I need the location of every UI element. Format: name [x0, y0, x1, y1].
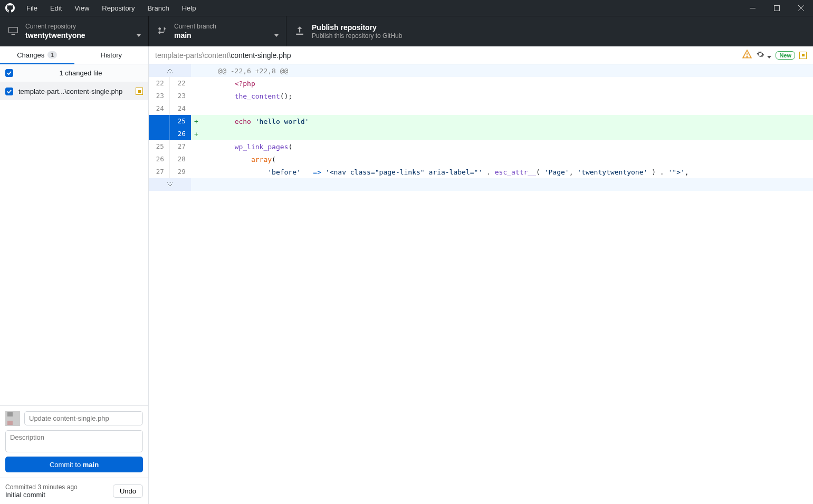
diff-marker	[191, 90, 202, 102]
git-branch-icon	[157, 26, 167, 37]
window-minimize-button[interactable]	[740, 0, 764, 16]
app-logo	[0, 3, 20, 13]
gutter-old: 23	[149, 90, 170, 102]
tab-history[interactable]: History	[74, 46, 149, 64]
publish-subtitle: Publish this repository to GitHub	[312, 32, 402, 41]
diff-line-hunk-tail	[149, 178, 813, 191]
gutter-old: 25	[149, 140, 170, 153]
gutter-new: 22	[170, 77, 191, 90]
menu-file[interactable]: File	[20, 0, 44, 16]
gutter-old	[149, 115, 170, 128]
gutter-old: 26	[149, 153, 170, 166]
window-close-button[interactable]	[789, 0, 813, 16]
gutter-old	[149, 128, 170, 140]
avatar	[5, 411, 20, 426]
diff-marker	[191, 140, 202, 153]
diff-marker	[191, 153, 202, 166]
diff-code: <?php	[202, 77, 813, 90]
menu-bar: File Edit View Repository Branch Help	[20, 0, 202, 16]
diff-line-hunk: @@ -22,6 +22,8 @@	[149, 64, 813, 77]
diff-code	[202, 102, 813, 115]
expand-down-icon[interactable]	[149, 178, 191, 191]
select-all-checkbox[interactable]	[5, 69, 13, 77]
changed-file-row[interactable]: template-part...\content-single.php	[0, 82, 148, 100]
warning-icon[interactable]	[742, 50, 752, 61]
file-checkbox[interactable]	[5, 88, 13, 95]
commit-description-input[interactable]	[5, 430, 143, 452]
diff-line-ctx: 2424	[149, 102, 813, 115]
diff-marker	[191, 64, 202, 77]
diff-code: array(	[202, 153, 813, 166]
current-branch-selector[interactable]: Current branch main	[149, 16, 286, 46]
undo-button[interactable]: Undo	[113, 484, 143, 498]
current-repository-selector[interactable]: Current repository twentytwentyone	[0, 16, 149, 46]
diff-line-ctx: 2729 'before' => '<nav class="page-links…	[149, 166, 813, 178]
tab-history-label: History	[101, 51, 122, 59]
last-commit-row: Committed 3 minutes ago Initial commit U…	[0, 478, 148, 504]
diff-marker: +	[191, 128, 202, 140]
changed-files-label: 1 changed file	[18, 69, 143, 77]
changed-files-summary: 1 changed file	[0, 64, 148, 82]
commit-summary-input[interactable]	[24, 411, 143, 425]
chevron-down-icon	[274, 31, 279, 38]
tab-changes[interactable]: Changes 1	[0, 46, 74, 64]
diff-line-ctx: 2323 the_content();	[149, 90, 813, 102]
commit-box: Commit to main	[0, 405, 148, 478]
diff-code: 'before' => '<nav class="page-links" ari…	[202, 166, 813, 178]
diff-marker	[191, 77, 202, 90]
gutter-new: 29	[170, 166, 191, 178]
diff-marker	[191, 178, 202, 191]
gutter-old: 27	[149, 166, 170, 178]
diff-code: the_content();	[202, 90, 813, 102]
diff-marker	[191, 166, 202, 178]
commit-button[interactable]: Commit to main	[5, 457, 143, 472]
menu-view[interactable]: View	[68, 0, 95, 16]
new-pill[interactable]: New	[776, 51, 795, 60]
chevron-down-icon	[767, 56, 771, 59]
diff-line-add: 26+	[149, 128, 813, 140]
svg-point-5	[747, 56, 747, 57]
publish-title: Publish repository	[312, 23, 402, 32]
check-icon	[6, 70, 12, 76]
diff-line-add: 25+ echo 'hello world'	[149, 115, 813, 128]
window-maximize-button[interactable]	[764, 0, 789, 16]
window-controls	[740, 0, 813, 16]
menu-edit[interactable]: Edit	[44, 0, 68, 16]
gutter-new: 27	[170, 140, 191, 153]
branch-value: main	[174, 31, 216, 40]
expand-up-icon[interactable]	[149, 64, 191, 77]
changes-count-badge: 1	[47, 51, 57, 59]
menu-branch[interactable]: Branch	[141, 0, 175, 16]
diff-line-ctx: 2628 array(	[149, 153, 813, 166]
diff-code: @@ -22,6 +22,8 @@	[202, 64, 813, 77]
publish-repository-button[interactable]: Publish repository Publish this reposito…	[286, 16, 424, 46]
upload-icon	[295, 26, 304, 37]
branch-label: Current branch	[174, 23, 216, 31]
file-breadcrumb: template-parts\content\content-single.ph…	[155, 51, 738, 60]
diff-line-ctx: 2222 <?php	[149, 77, 813, 90]
breadcrumb-path: template-parts\content\	[155, 51, 231, 60]
file-modified-icon	[799, 52, 807, 59]
sidebar: Changes 1 History 1 changed file templat…	[0, 46, 149, 504]
repo-value: twentytwentyone	[25, 31, 85, 40]
diff-settings-button[interactable]	[756, 50, 772, 60]
gutter-old: 24	[149, 102, 170, 115]
file-modified-icon	[136, 88, 143, 95]
titlebar: File Edit View Repository Branch Help	[0, 0, 813, 16]
svg-rect-1	[774, 5, 779, 11]
menu-repository[interactable]: Repository	[95, 0, 141, 16]
sidebar-tabs: Changes 1 History	[0, 46, 148, 64]
breadcrumb-file: content-single.php	[231, 51, 291, 60]
maximize-icon	[774, 5, 780, 11]
gutter-new: 26	[170, 128, 191, 140]
menu-help[interactable]: Help	[176, 0, 203, 16]
file-name: template-part...\content-single.php	[18, 88, 130, 95]
diff-code	[202, 178, 813, 191]
gutter-new: 28	[170, 153, 191, 166]
close-icon	[798, 5, 804, 11]
commit-button-prefix: Commit to	[50, 461, 83, 469]
diff-body[interactable]: @@ -22,6 +22,8 @@2222 <?php2323 the_cont…	[149, 64, 813, 504]
diff-code: wp_link_pages(	[202, 140, 813, 153]
desktop-icon	[8, 26, 18, 37]
check-icon	[6, 89, 12, 94]
